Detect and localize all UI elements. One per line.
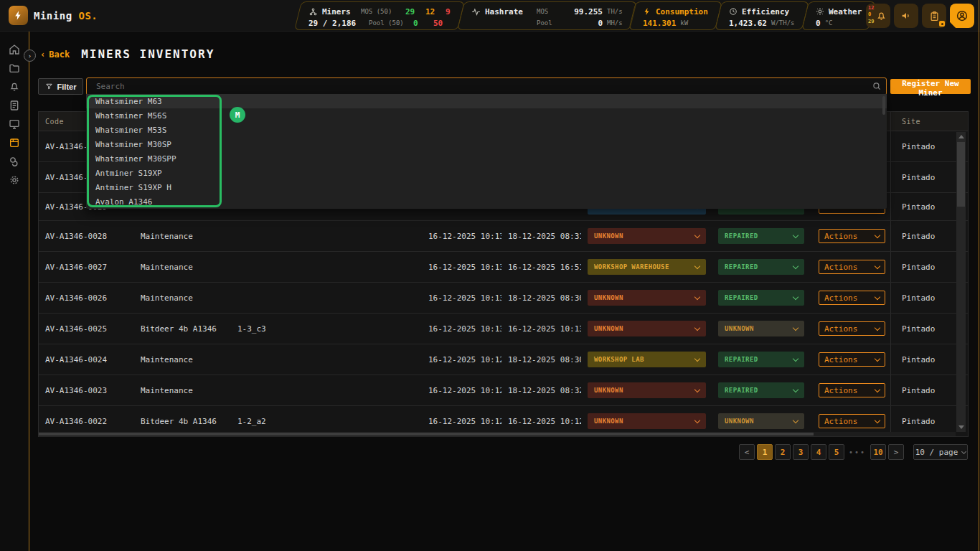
repair-status-select[interactable]: REPAIRED: [718, 352, 804, 367]
hashrate-mos-value: 99.255: [565, 7, 603, 17]
cell-code: AV-A1346-0026: [39, 283, 134, 313]
bolt-logo-icon: [9, 6, 28, 25]
chevron-down-icon: [793, 355, 798, 361]
page-button-2[interactable]: 2: [775, 444, 791, 460]
chevron-down-icon: [875, 263, 880, 268]
register-new-miner-button[interactable]: Register New Miner: [890, 79, 971, 94]
filter-label: Filter: [57, 83, 77, 91]
chevron-left-icon: ‹: [40, 50, 45, 60]
chevron-down-icon: [793, 324, 798, 330]
chevron-down-icon: [793, 417, 798, 423]
dropdown-option[interactable]: Whatsminer M63: [86, 94, 887, 108]
prev-page-button[interactable]: <: [739, 444, 755, 460]
dropdown-option[interactable]: Whatsminer M30SPP: [86, 151, 887, 166]
location-status-select[interactable]: UNKNOWN: [588, 413, 706, 429]
table-row: AV-A1346-0023 Maintenance 16-12-2025 10:…: [39, 375, 968, 406]
dropdown-option[interactable]: Whatsminer M56S: [86, 108, 887, 123]
miners-mos-label: MOS (50): [361, 8, 401, 15]
repair-status-select[interactable]: REPAIRED: [718, 259, 804, 275]
account-button[interactable]: [950, 4, 974, 28]
repair-status-select[interactable]: REPAIRED: [718, 382, 804, 398]
horizontal-scrollbar[interactable]: [39, 432, 956, 436]
search: [86, 77, 887, 95]
sidebar-item-home[interactable]: [9, 44, 20, 55]
sidebar-item-monitoring[interactable]: [9, 118, 20, 130]
actions-dropdown-button[interactable]: Actions: [819, 321, 885, 336]
chevron-down-icon: [793, 386, 798, 392]
actions-dropdown-button[interactable]: Actions: [819, 383, 885, 397]
table-row: AV-A1346-0027 Maintenance 16-12-2025 10:…: [39, 252, 968, 283]
sidebar-item-files[interactable]: [9, 62, 20, 74]
repair-status-select[interactable]: REPAIRED: [718, 290, 804, 306]
location-status-select[interactable]: UNKNOWN: [588, 321, 706, 336]
sound-button[interactable]: [894, 4, 918, 28]
pagination: < 1 2 3 4 5 ••• 10 > 10 / page: [739, 444, 968, 460]
repair-status-select[interactable]: REPAIRED: [718, 228, 804, 244]
page-button-10[interactable]: 10: [870, 444, 886, 460]
actions-dropdown-button[interactable]: Actions: [819, 291, 885, 305]
hashrate-mos-label: MOS: [537, 8, 561, 15]
tasks-button[interactable]: [922, 4, 946, 28]
gear-icon: [9, 174, 20, 186]
location-status-select[interactable]: UNKNOWN: [588, 290, 706, 306]
next-page-button[interactable]: >: [888, 444, 904, 460]
location-status-select[interactable]: UNKNOWN: [588, 382, 706, 398]
dropdown-option[interactable]: Antminer S19XP H: [86, 180, 887, 194]
sidebar-item-inventory[interactable]: [9, 137, 20, 149]
page-size-select[interactable]: 10 / page: [913, 444, 968, 460]
chevron-down-icon: [793, 293, 798, 299]
dropdown-option[interactable]: Whatsminer M53S: [86, 123, 887, 137]
repair-status-select[interactable]: UNKNOWN: [718, 413, 804, 429]
weather-unit: °C: [824, 19, 832, 27]
sidebar-item-finance[interactable]: [9, 156, 20, 167]
dropdown-option[interactable]: Avalon A1346: [86, 194, 887, 209]
actions-dropdown-button[interactable]: Actions: [819, 229, 885, 243]
sidebar-item-reports[interactable]: [9, 100, 20, 111]
vertical-scrollbar[interactable]: [956, 132, 966, 432]
efficiency-clock-icon: [729, 7, 738, 16]
dropdown-option[interactable]: Whatsminer M30SP: [86, 137, 887, 151]
monitor-icon: [9, 118, 20, 130]
consumption-value: 141.301: [643, 19, 676, 28]
chevron-down-icon: [694, 293, 700, 299]
page-button-1[interactable]: 1: [757, 444, 773, 460]
location-status-select[interactable]: WORKSHOP WAREHOUSE: [588, 259, 706, 275]
location-status-select[interactable]: UNKNOWN: [588, 228, 706, 244]
sidebar-toggle-button[interactable]: ›: [24, 50, 36, 62]
efficiency-value: 1,423.62: [729, 19, 767, 28]
page-button-3[interactable]: 3: [793, 444, 809, 460]
page-button-4[interactable]: 4: [811, 444, 826, 460]
miners-pool-label: Pool (50): [369, 19, 409, 27]
dropdown-option[interactable]: Antminer S19XP: [86, 166, 887, 180]
cell-code: AV-A1346-0028: [39, 221, 134, 251]
topbar: Mining OS. Miners MOS (50) 29 12 9 29 / …: [0, 0, 980, 32]
topbar-stats: Miners MOS (50) 29 12 9 29 / 2,186 Pool …: [298, 1, 872, 30]
actions-dropdown-button[interactable]: Actions: [819, 260, 885, 274]
notifications-button[interactable]: 12 0 29: [866, 4, 890, 28]
location-status-select[interactable]: WORKSHOP LAB: [588, 352, 706, 367]
dropdown-scrollbar-thumb[interactable]: [882, 96, 885, 115]
scroll-up-arrow-icon[interactable]: [958, 135, 964, 138]
hashrate-pool-unit: MH/s: [607, 19, 623, 27]
notification-counts: 12 0 29: [868, 5, 874, 25]
search-input[interactable]: [86, 77, 887, 95]
back-link[interactable]: ‹Back: [40, 50, 70, 60]
miners-label: Miners: [322, 7, 357, 17]
miners-mos-ok: 29: [405, 7, 421, 17]
horizontal-scrollbar-thumb[interactable]: [39, 433, 814, 435]
stat-consumption: Consumption 141.301 kW: [628, 1, 722, 30]
scroll-down-arrow-icon[interactable]: [958, 425, 964, 429]
repair-status-select[interactable]: UNKNOWN: [718, 321, 804, 336]
model-suggestions-dropdown: Whatsminer M63 Whatsminer M56S Whatsmine…: [86, 94, 887, 209]
page-button-5[interactable]: 5: [829, 444, 844, 460]
user-icon: [956, 9, 969, 22]
filter-button[interactable]: Filter: [38, 78, 83, 95]
vertical-scrollbar-thumb[interactable]: [957, 142, 965, 207]
efficiency-unit: W/TH/s: [771, 19, 795, 27]
sidebar-item-alerts[interactable]: [9, 81, 20, 93]
actions-dropdown-button[interactable]: Actions: [819, 352, 885, 367]
chevron-down-icon: [875, 293, 880, 299]
sidebar-item-settings[interactable]: [9, 174, 20, 186]
cell-code: AV-A1346-0024: [39, 344, 134, 375]
actions-dropdown-button[interactable]: Actions: [819, 414, 885, 428]
